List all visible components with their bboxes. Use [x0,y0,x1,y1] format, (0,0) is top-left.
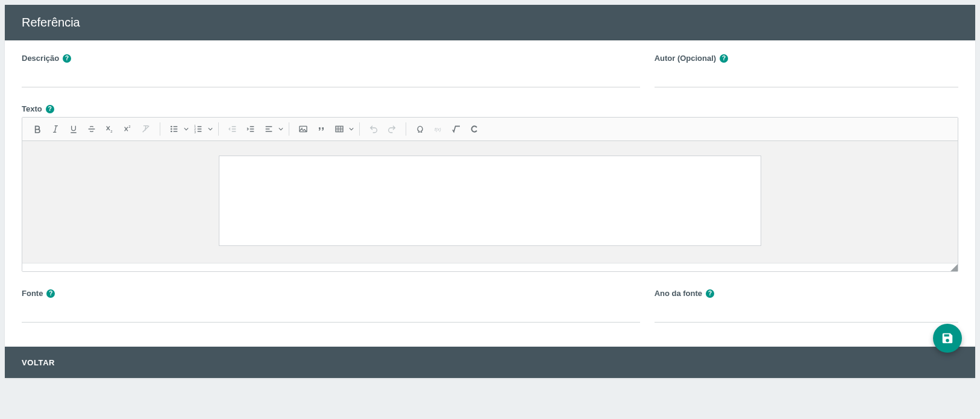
strikethrough-button[interactable] [83,120,101,138]
svg-rect-10 [336,126,343,131]
svg-point-4 [171,131,172,133]
editor-toolbar: 2 2 123 [22,118,958,141]
editor-status-bar [22,263,958,271]
special-char-button[interactable] [411,120,429,138]
resize-handle-icon[interactable] [950,264,958,271]
rich-text-editor: 2 2 123 [22,117,958,272]
chevron-down-icon[interactable] [278,127,284,131]
ano-fonte-label-row: Ano da fonte ? [655,289,958,298]
fonte-input[interactable] [22,301,640,323]
toolbar-separator [359,122,360,136]
svg-text:3: 3 [194,131,196,134]
header-title: Referência [22,16,80,29]
chevron-down-icon[interactable] [207,127,213,131]
svg-text:2: 2 [128,125,131,128]
descricao-input[interactable] [22,66,640,87]
card-body: Descrição ? Autor (Opcional) ? Text [5,40,975,347]
help-icon[interactable]: ? [46,105,54,113]
chevron-down-icon[interactable] [183,127,189,131]
indent-button[interactable] [242,120,260,138]
chevron-down-icon[interactable] [348,127,354,131]
reference-card: Referência Descrição ? Autor (Opcional) … [5,5,975,378]
superscript-button[interactable]: 2 [119,120,137,138]
italic-button[interactable] [46,120,64,138]
save-fab[interactable] [933,324,962,353]
ano-fonte-label: Ano da fonte [655,289,702,298]
autor-input[interactable] [655,66,958,87]
ano-fonte-input[interactable] [655,301,958,323]
math-fx-button[interactable]: f(x) [429,120,447,138]
back-button[interactable]: VOLTAR [22,358,55,367]
subscript-button[interactable]: 2 [101,120,119,138]
toolbar-separator [406,122,406,136]
fonte-label: Fonte [22,289,43,298]
help-icon[interactable]: ? [706,289,714,298]
svg-point-2 [171,126,172,128]
toolbar-separator [218,122,219,136]
fonte-label-row: Fonte ? [22,289,640,298]
autor-label-row: Autor (Opcional) ? [655,54,958,63]
help-icon[interactable]: ? [720,54,728,63]
editor-content[interactable] [219,156,761,246]
texto-label: Texto [22,104,42,113]
descricao-label-row: Descrição ? [22,54,640,63]
redo-button[interactable] [383,120,401,138]
bold-button[interactable] [28,120,46,138]
svg-text:f(x): f(x) [435,127,441,132]
help-icon[interactable]: ? [63,54,71,63]
card-footer: VOLTAR [5,347,975,378]
table-button[interactable] [330,120,348,138]
toolbar-separator [289,122,289,136]
svg-point-3 [171,128,172,130]
align-button[interactable] [260,120,278,138]
image-button[interactable] [294,120,312,138]
underline-button[interactable] [64,120,83,138]
texto-label-row: Texto ? [22,104,958,113]
descricao-label: Descrição [22,54,59,63]
bullet-list-button[interactable] [165,120,183,138]
quote-button[interactable] [312,120,330,138]
card-header: Referência [5,5,975,40]
autor-label: Autor (Opcional) [655,54,717,63]
editor-stage [22,141,958,263]
sqrt-button[interactable] [447,120,465,138]
code-c-button[interactable] [465,120,483,138]
help-icon[interactable]: ? [46,289,55,298]
clear-format-button[interactable] [137,120,155,138]
outdent-button[interactable] [224,120,242,138]
undo-button[interactable] [365,120,383,138]
toolbar-separator [160,122,160,136]
svg-text:2: 2 [110,130,113,133]
numbered-list-button[interactable]: 123 [189,120,207,138]
save-icon [941,332,954,345]
